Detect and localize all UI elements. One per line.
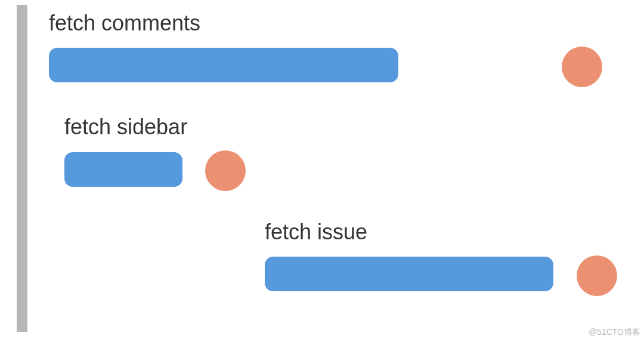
row-label-issue: fetch issue — [265, 220, 367, 245]
row-label-comments: fetch comments — [49, 11, 200, 36]
row-label-sidebar: fetch sidebar — [64, 115, 187, 140]
row-dot-sidebar — [205, 150, 246, 191]
row-bar-issue — [265, 257, 553, 291]
row-dot-comments — [562, 47, 602, 87]
timeline-axis — [17, 5, 27, 332]
row-dot-issue — [577, 255, 617, 296]
row-bar-sidebar — [64, 152, 182, 187]
row-bar-comments — [49, 48, 398, 82]
watermark-text: @51CTO博客 — [589, 327, 640, 338]
